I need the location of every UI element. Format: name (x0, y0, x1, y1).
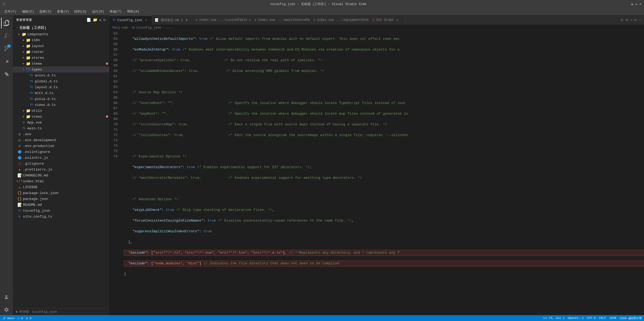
breadcrumb-hksj-vue[interactable]: hksj-vue (112, 26, 128, 30)
sidebar-item-index-html[interactable]: </> index.html (13, 178, 109, 184)
sidebar-item-layout[interactable]: ▶ 📁 layout (13, 43, 109, 49)
status-csdn: CSDN @如我引客 (619, 316, 642, 320)
sidebar-item-layout-d-ts[interactable]: TS layout.d.ts (13, 84, 109, 90)
activity-run-debug[interactable] (1, 56, 12, 67)
app-icon: ⬡ (3, 2, 5, 6)
status-ln-col[interactable]: Ln 73, Col 1 (543, 316, 565, 320)
tsconfig-label: tsconfig.json (23, 209, 109, 213)
tsconfig-icon: TS (17, 208, 22, 213)
activity-source-control[interactable]: 18 (1, 43, 12, 54)
sidebar-item-views[interactable]: ▶ 📁 views (13, 114, 109, 119)
status-git-branch[interactable]: ⎇ main (2, 316, 14, 320)
sidebar-item-prettierrc[interactable]: ✦ .prettierrc.js (13, 167, 109, 172)
sidebar-item-eslintignore[interactable]: 🔷 .eslintignore (13, 149, 109, 155)
sidebar-item-env-prod[interactable]: ⚙ .env.production (13, 143, 109, 149)
sidebar-item-package-lock[interactable]: {} package-lock.json (13, 190, 109, 196)
new-folder-icon[interactable]: 📁 (93, 18, 98, 22)
sidebar-item-theme[interactable]: ▶ 📁 theme (13, 61, 109, 67)
status-encoding[interactable]: UTF-8 (587, 316, 596, 320)
sidebar-item-pinia-d-ts[interactable]: TS pinia.d.ts (13, 96, 109, 102)
title-bar-menu: ⬡ (3, 2, 5, 6)
code-editor[interactable]: "allowSyntheticDefaultImports": true /* … (120, 31, 644, 315)
status-line-ending[interactable]: CRLF (599, 316, 606, 320)
menu-edit[interactable]: 编辑(E) (20, 9, 36, 14)
tab-git-graph-close[interactable]: ✕ (395, 18, 399, 22)
sidebar-item-stores[interactable]: ▶ 📁 stores (13, 55, 109, 61)
tab-index-custom-table[interactable]: ▽ index.vue ...\customTable ✕ (192, 16, 251, 25)
menu-select[interactable]: 选择(S) (37, 9, 54, 14)
activity-extensions[interactable] (1, 69, 12, 80)
sidebar-item-app-vue[interactable]: ▽ App.vue (13, 119, 109, 125)
menu-goto[interactable]: 转到(G) (72, 9, 89, 14)
sidebar-item-changelog[interactable]: 📝 CHANGELOG.md (13, 172, 109, 178)
menu-terminal[interactable]: 终端(T) (108, 9, 124, 14)
activity-accounts[interactable] (1, 292, 12, 302)
refresh-icon[interactable]: ↻ (99, 18, 102, 22)
tab-git-graph[interactable]: ⬡ Git Graph ✕ (369, 16, 403, 25)
minimize-button[interactable]: ▬ (631, 2, 633, 6)
sidebar-item-package-json[interactable]: {} package.json (13, 196, 109, 202)
sidebar-item-global-d-ts[interactable]: TS global.d.ts (13, 78, 109, 84)
tab-index-equipment[interactable]: ▽ index.vue ...\equipmentSchedule M ● (310, 16, 369, 25)
menu-file[interactable]: 文件(F) (2, 9, 19, 14)
tab-custom-table-close[interactable]: ✕ (249, 18, 251, 22)
menu-run[interactable]: 运行(R) (90, 9, 106, 14)
editor-more-icon[interactable]: ↩ (630, 18, 632, 22)
tab-test-notes[interactable]: 📝 测试笔记.md 1 ● (152, 16, 192, 25)
sidebar-item-license[interactable]: ⚠ LICENSE (13, 184, 109, 190)
collapse-icon[interactable]: ⊟ (104, 18, 106, 22)
sidebar-item-i18n[interactable]: ▶ 📁 i18n (13, 37, 109, 43)
gitignore-icon: ⬡ (17, 161, 22, 166)
sidebar-item-types[interactable]: ▾ TS types (13, 67, 109, 72)
editor-settings-icon[interactable]: ⟲ (625, 18, 628, 22)
status-warnings[interactable]: ⊘ 0 (26, 316, 32, 320)
status-bar: ⎇ main ⚠ 0 ⊘ 0 Ln 73, Col 1 Spaces: 2 UT… (0, 315, 644, 321)
close-button[interactable]: ✕ (639, 2, 641, 6)
tab-index-maintenance[interactable]: ▽ index.vue ...\maintenanceParam ✕ (251, 16, 310, 25)
new-file-icon[interactable]: 📄 (86, 18, 91, 22)
workspace-root[interactable]: ▾ 无标题 (工作区) (13, 24, 109, 31)
sidebar-item-router[interactable]: ▶ 📁 router (13, 49, 109, 55)
window-controls[interactable]: ▬ ▭ ✕ (631, 2, 641, 6)
sidebar-item-axios-d-ts[interactable]: TS axios.d.ts (13, 72, 109, 78)
sidebar-header: 资源管理器 📄 📁 ↻ ⊟ (13, 16, 109, 24)
breadcrumb-tsconfig[interactable]: tsconfig.json (136, 26, 161, 30)
maximize-button[interactable]: ▭ (635, 2, 637, 6)
timeline-label: 时间段 (20, 310, 29, 314)
editor-close-icon[interactable]: ⇆ (634, 18, 637, 22)
timeline-arrow[interactable]: ▶ (16, 310, 18, 314)
activity-settings[interactable] (1, 304, 12, 315)
sidebar-item-vite-config[interactable]: ▽ vite.config.ts (13, 214, 109, 219)
sidebar-item-gitignore[interactable]: ⬡ .gitignore (13, 161, 109, 167)
status-errors[interactable]: ⚠ 0 (18, 316, 23, 320)
breadcrumb-dots[interactable]: ... (165, 26, 171, 30)
sidebar-item-readme[interactable]: 📝 README.md (13, 202, 109, 208)
status-spaces[interactable]: Spaces: 2 (568, 316, 584, 320)
editor-content[interactable]: 53 54 55 56 57 58 59 60 61 62 63 64 65 6… (109, 31, 644, 315)
readme-label: README.md (23, 203, 109, 207)
env-dev-icon: ⚙ (17, 138, 22, 142)
activity-search[interactable] (1, 30, 12, 41)
tab-tsconfig-json[interactable]: TS tsconfig.json ✕ (109, 16, 152, 25)
app-vue-label: App.vue (27, 121, 109, 125)
sidebar-item-mitt-d-ts[interactable]: TS mitt.d.ts (13, 90, 109, 96)
code-line-65: "experimentalDecorators": true /* Enable… (124, 165, 644, 170)
sidebar-item-views-d-ts[interactable]: TS views.d.ts (13, 102, 109, 108)
sidebar-item-tsconfig[interactable]: TS tsconfig.json (13, 208, 109, 214)
activity-explorer[interactable] (1, 18, 12, 28)
sidebar-item-main-ts[interactable]: TS main.ts (13, 125, 109, 131)
sidebar-item-eslintrc[interactable]: 🔷 .eslintrc.js → (13, 155, 109, 161)
menu-view[interactable]: 查看(V) (55, 9, 71, 14)
status-language[interactable]: JSON (609, 316, 616, 320)
sidebar-item-env[interactable]: ⚙ .env (13, 131, 109, 137)
window-title: tsconfig.json - 无标题 (工作区) - Visual Studi… (5, 2, 631, 6)
tab-notes-close[interactable]: ● (185, 18, 189, 22)
sidebar-item-components[interactable]: ▶ 📁 components (13, 31, 109, 37)
sidebar-item-env-dev[interactable]: ⚙ .env.development (13, 137, 109, 143)
tab-tsconfig-close[interactable]: ✕ (144, 18, 148, 22)
tab-tsconfig-label: tsconfig.json (117, 18, 142, 22)
menu-help[interactable]: 帮助(H) (125, 9, 142, 14)
split-editor-icon[interactable]: ⊟ (621, 18, 623, 22)
sidebar-item-utils[interactable]: ▶ 📁 utils (13, 108, 109, 114)
editor-collapse-icon[interactable]: ⇢ (639, 18, 641, 22)
